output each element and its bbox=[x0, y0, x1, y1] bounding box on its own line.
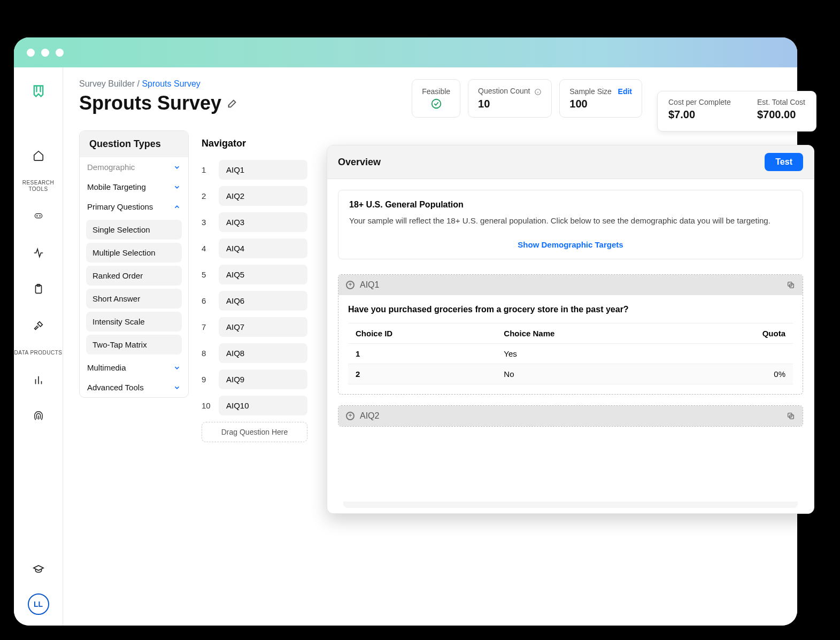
graduation-cap-icon[interactable] bbox=[26, 557, 51, 582]
question-type-item[interactable]: Multiple Selection bbox=[86, 243, 182, 263]
stat-label: Feasible bbox=[422, 87, 450, 96]
plus-circle-icon[interactable]: + bbox=[346, 281, 355, 289]
chevron-down-icon bbox=[173, 384, 181, 391]
fingerprint-icon[interactable] bbox=[26, 404, 51, 429]
navigator-item[interactable]: 7AIQ7 bbox=[194, 314, 315, 340]
copy-icon[interactable] bbox=[787, 281, 795, 289]
edit-icon[interactable] bbox=[227, 97, 238, 109]
window-dot bbox=[41, 49, 49, 57]
col-choice-id: Choice ID bbox=[348, 323, 496, 343]
copy-icon[interactable] bbox=[787, 412, 795, 420]
navigator-label[interactable]: AIQ5 bbox=[219, 265, 307, 284]
navigator-label[interactable]: AIQ1 bbox=[219, 160, 307, 180]
breadcrumb-current[interactable]: Sprouts Survey bbox=[142, 79, 200, 88]
app-logo-icon[interactable] bbox=[26, 79, 51, 104]
navigator-item[interactable]: 6AIQ6 bbox=[194, 288, 315, 314]
group-label: Advanced Tools bbox=[87, 383, 144, 392]
table-row: 2No0% bbox=[348, 364, 793, 384]
navigator-label[interactable]: AIQ10 bbox=[219, 396, 307, 415]
navigator-label[interactable]: AIQ2 bbox=[219, 186, 307, 206]
cell-choice-name: No bbox=[496, 364, 684, 384]
stat-value: 10 bbox=[478, 98, 542, 110]
stat-value: $7.00 bbox=[668, 109, 731, 121]
test-button[interactable]: Test bbox=[765, 153, 803, 171]
group-label: Demographic bbox=[87, 163, 135, 172]
navigator-item[interactable]: 4AIQ4 bbox=[194, 235, 315, 261]
overview-body: 18+ U.S. General Population Your sample … bbox=[327, 179, 814, 437]
question-type-item[interactable]: Intensity Scale bbox=[86, 312, 182, 331]
question-text: Have you purchased groceries from a groc… bbox=[348, 305, 793, 314]
chevron-down-icon bbox=[173, 164, 181, 171]
chevron-up-icon bbox=[173, 203, 181, 211]
info-title: 18+ U.S. General Population bbox=[349, 200, 792, 210]
navigator-label[interactable]: AIQ6 bbox=[219, 291, 307, 311]
navigator-index: 3 bbox=[202, 218, 213, 227]
navigator-index: 5 bbox=[202, 270, 213, 279]
question-type-item[interactable]: Single Selection bbox=[86, 220, 182, 240]
stat-cost-card: Cost per Complete $7.00 Est. Total Cost … bbox=[657, 91, 816, 132]
navigator-item[interactable]: 3AIQ3 bbox=[194, 209, 315, 235]
breadcrumb-root[interactable]: Survey Builder bbox=[79, 79, 135, 88]
question-type-group[interactable]: Mobile Targeting bbox=[80, 177, 188, 197]
navigator-index: 4 bbox=[202, 244, 213, 253]
navigator-index: 2 bbox=[202, 191, 213, 201]
navigator-item[interactable]: 8AIQ8 bbox=[194, 340, 315, 366]
navigator-label[interactable]: AIQ3 bbox=[219, 212, 307, 232]
svg-point-2 bbox=[40, 215, 40, 216]
drop-zone[interactable]: Drag Question Here bbox=[202, 422, 307, 442]
group-label: Mobile Targeting bbox=[87, 182, 146, 191]
user-avatar[interactable]: LL bbox=[28, 593, 49, 615]
question-type-item[interactable]: Two-Tap Matrix bbox=[86, 335, 182, 354]
question-type-item[interactable]: Short Answer bbox=[86, 289, 182, 309]
show-targets-link[interactable]: Show Demographic Targets bbox=[349, 240, 792, 249]
vr-headset-icon[interactable] bbox=[26, 204, 51, 229]
breadcrumb-separator: / bbox=[137, 79, 140, 88]
bar-chart-icon[interactable] bbox=[26, 368, 51, 392]
info-icon[interactable] bbox=[534, 88, 542, 96]
question-block-aiq2: + AIQ2 bbox=[338, 405, 803, 427]
navigator-item[interactable]: 1AIQ1 bbox=[194, 157, 315, 183]
question-type-group[interactable]: Primary Questions bbox=[80, 197, 188, 217]
navigator-item[interactable]: 5AIQ5 bbox=[194, 261, 315, 288]
question-types-panel: Question Types DemographicMobile Targeti… bbox=[79, 130, 189, 398]
navigator-label[interactable]: AIQ9 bbox=[219, 369, 307, 389]
navigator-label[interactable]: AIQ8 bbox=[219, 343, 307, 363]
navigator-index: 9 bbox=[202, 375, 213, 384]
table-row: 1Yes bbox=[348, 343, 793, 364]
window-dot bbox=[27, 49, 35, 57]
question-type-group[interactable]: Multimedia bbox=[80, 358, 188, 377]
home-icon[interactable] bbox=[26, 143, 51, 168]
edit-link[interactable]: Edit bbox=[618, 87, 632, 96]
stat-label-text: Question Count bbox=[478, 87, 530, 95]
question-block-header[interactable]: + AIQ1 bbox=[338, 275, 803, 295]
chevron-down-icon bbox=[173, 364, 181, 372]
sidebar-section-label: RESEARCH TOOLS bbox=[14, 180, 63, 192]
navigator-index: 8 bbox=[202, 349, 213, 358]
question-block-header[interactable]: + AIQ2 bbox=[338, 406, 803, 426]
stat-label: Est. Total Cost bbox=[757, 98, 805, 106]
navigator-item[interactable]: 2AIQ2 bbox=[194, 183, 315, 209]
clipboard-icon[interactable] bbox=[26, 277, 51, 302]
stat-feasible: Feasible bbox=[412, 79, 460, 118]
window-dot bbox=[56, 49, 64, 57]
navigator-label[interactable]: AIQ4 bbox=[219, 238, 307, 258]
navigator-panel: Navigator 1AIQ12AIQ23AIQ34AIQ45AIQ56AIQ6… bbox=[194, 130, 315, 451]
plus-circle-icon[interactable]: + bbox=[346, 412, 355, 420]
content-fade bbox=[343, 502, 798, 508]
question-type-item[interactable]: Ranked Order bbox=[86, 266, 182, 286]
activity-icon[interactable] bbox=[26, 241, 51, 265]
hammer-icon[interactable] bbox=[26, 313, 51, 338]
question-type-group[interactable]: Advanced Tools bbox=[80, 377, 188, 397]
cell-choice-id: 2 bbox=[348, 364, 496, 384]
navigator-label[interactable]: AIQ7 bbox=[219, 317, 307, 337]
navigator-item[interactable]: 9AIQ9 bbox=[194, 366, 315, 392]
panel-heading: Question Types bbox=[80, 131, 188, 157]
sidebar-section-label: DATA PRODUCTS bbox=[14, 350, 62, 356]
navigator-item[interactable]: 10AIQ10 bbox=[194, 392, 315, 419]
overview-panel: Overview Test 18+ U.S. General Populatio… bbox=[327, 145, 814, 514]
stat-label: Sample Size Edit bbox=[569, 87, 632, 96]
question-type-group[interactable]: Demographic bbox=[80, 157, 188, 177]
navigator-index: 6 bbox=[202, 296, 213, 305]
stat-value: 100 bbox=[569, 98, 632, 110]
group-label: Multimedia bbox=[87, 363, 126, 372]
